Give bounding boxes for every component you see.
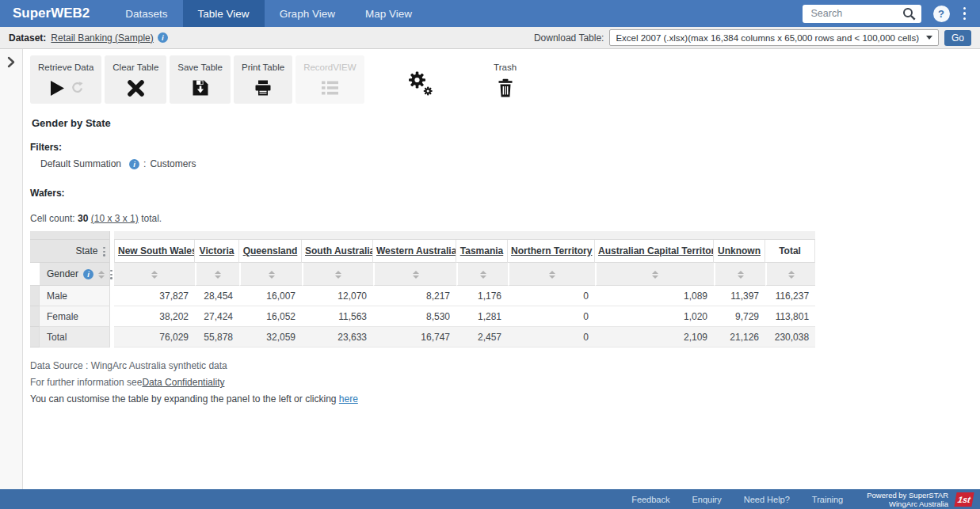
cell-male-western-australia: 8,217: [373, 286, 456, 306]
col-header-northern-territory: Northern Territory: [508, 240, 595, 263]
col-header-link[interactable]: Australian Capital Territory: [598, 245, 714, 256]
cell-male-south-australia: 12,070: [302, 286, 373, 306]
refresh-icon: [70, 82, 83, 95]
app-logo: SuperWEB2: [0, 0, 110, 27]
powered-by: Powered by SuperSTAR WingArc Australia: [867, 491, 948, 508]
cell-female-tasmania: 1,281: [456, 306, 508, 327]
col-header-australian-capital-territory: Australian Capital Territory: [595, 240, 714, 263]
nav-graph-view[interactable]: Graph View: [265, 0, 350, 27]
table-strip-right: [114, 231, 815, 240]
gender-sort-icon[interactable]: [98, 271, 105, 279]
cell-total-unknown: 21,126: [714, 327, 765, 348]
toolbar: Retrieve Data Clear Table Save Table: [30, 55, 972, 104]
col-header-link[interactable]: Western Australia: [376, 245, 456, 256]
row-label-female: Female: [40, 306, 110, 327]
col-header-link[interactable]: Unknown: [718, 245, 761, 256]
col-header-link[interactable]: Tasmania: [460, 245, 503, 256]
nav-map-view[interactable]: Map View: [350, 0, 427, 27]
cell-count-value: 30: [78, 213, 88, 224]
sort-control-australian-capital-territory[interactable]: [595, 263, 714, 286]
table-options-button[interactable]: [391, 55, 448, 99]
col-header-link[interactable]: Victoria: [200, 245, 235, 256]
expand-panel-chevron-icon[interactable]: [6, 56, 16, 68]
sort-arrows-icon: [652, 271, 658, 279]
sort-control-tasmania[interactable]: [456, 263, 508, 286]
footer-link-training[interactable]: Training: [801, 495, 854, 504]
sort-arrows-icon: [738, 271, 744, 279]
cell-male-total: 116,237: [765, 286, 815, 306]
col-header-link[interactable]: Northern Territory: [511, 245, 592, 256]
data-source-note: Data Source : WingArc Australia syntheti…: [30, 358, 972, 374]
sort-arrows-icon: [788, 271, 795, 279]
gender-info-icon[interactable]: i: [83, 269, 93, 279]
cell-female-total: 113,801: [765, 306, 815, 327]
col-header-link[interactable]: New South Wales: [118, 245, 195, 256]
search-box[interactable]: [803, 5, 921, 23]
nav-datasets[interactable]: Datasets: [110, 0, 182, 27]
download-group: Download Table: Excel 2007 (.xlsx)(max 1…: [534, 29, 971, 46]
cell-count-label: Cell count:: [30, 213, 75, 224]
save-table-button[interactable]: Save Table: [170, 55, 231, 104]
customise-panel-rail: [0, 49, 23, 489]
topbar-right: ?: [803, 0, 980, 27]
filter-line: Default Summation i : Customers: [40, 158, 972, 169]
table-wrapper: StateNew South WalesVictoriaQueenslandSo…: [30, 231, 972, 348]
sort-control-south-australia[interactable]: [302, 263, 373, 286]
dataset-info-icon[interactable]: i: [158, 32, 168, 43]
col-header-link[interactable]: South Australia: [305, 245, 373, 256]
table-notes: Data Source : WingArc Australia syntheti…: [30, 358, 972, 408]
cell-count-link[interactable]: (10 x 3 x 1): [91, 213, 139, 224]
row-gutter: [30, 306, 40, 327]
filters-label: Filters:: [30, 142, 972, 153]
dropdown-caret-icon: [926, 36, 932, 40]
sort-control-queensland[interactable]: [239, 263, 302, 286]
clear-table-button[interactable]: Clear Table: [105, 55, 166, 104]
overflow-menu-icon[interactable]: [962, 4, 968, 24]
print-table-button[interactable]: Print Table: [234, 55, 292, 104]
help-icon[interactable]: ?: [933, 6, 950, 22]
sort-control-unknown[interactable]: [714, 263, 765, 286]
sort-control-new-south-wales[interactable]: [114, 263, 195, 286]
data-confidentiality-link[interactable]: Data Confidentiality: [142, 377, 224, 388]
state-menu-icon[interactable]: [103, 247, 105, 256]
sort-control-western-australia[interactable]: [373, 263, 456, 286]
col-header-link[interactable]: Queensland: [243, 245, 298, 256]
col-header-tasmania: Tasmania: [456, 240, 508, 263]
confidentiality-note: For further information seeData Confiden…: [30, 374, 972, 391]
sort-arrows-icon: [215, 271, 221, 279]
col-header-queensland: Queensland: [239, 240, 302, 263]
main-nav: DatasetsTable ViewGraph ViewMap View: [110, 0, 427, 27]
footer-link-feedback[interactable]: Feedback: [620, 495, 681, 504]
sort-control-victoria[interactable]: [195, 263, 239, 286]
footer-link-enquiry[interactable]: Enquiry: [681, 495, 732, 504]
download-format-select[interactable]: Excel 2007 (.xlsx)(max 16,384 columns x …: [609, 29, 939, 46]
trash-button[interactable]: Trash: [477, 55, 534, 104]
nav-table-view[interactable]: Table View: [183, 0, 265, 27]
customise-here-link[interactable]: here: [339, 393, 358, 405]
trash-icon: [497, 78, 514, 98]
cell-total-australian-capital-territory: 2,109: [595, 327, 714, 348]
dataset-link[interactable]: Retail Banking (Sample): [51, 32, 153, 44]
search-input[interactable]: [810, 7, 902, 20]
table-strip-left: [30, 231, 110, 240]
row-label-total: Total: [40, 327, 110, 348]
sort-arrows-icon: [335, 271, 341, 279]
cell-total-western-australia: 16,747: [373, 327, 456, 348]
column-dimension-cell: State: [30, 240, 110, 263]
filter-value: Customers: [150, 158, 196, 169]
gender-menu-icon[interactable]: [110, 270, 112, 279]
cell-female-queensland: 16,052: [239, 306, 302, 327]
sort-control-total[interactable]: [765, 263, 815, 286]
go-button[interactable]: Go: [944, 30, 971, 46]
sort-arrows-icon: [151, 271, 158, 279]
footer-link-need-help[interactable]: Need Help?: [733, 495, 801, 504]
sort-arrows-icon: [269, 271, 275, 279]
table-title: Gender by State: [32, 117, 972, 129]
cell-male-northern-territory: 0: [508, 286, 595, 306]
search-icon[interactable]: [902, 7, 916, 21]
filter-info-icon[interactable]: i: [129, 159, 139, 169]
cell-total-new-south-wales: 76,029: [114, 327, 195, 348]
retrieve-data-button[interactable]: Retrieve Data: [30, 55, 101, 104]
cell-count-line: Cell count: 30 (10 x 3 x 1) total.: [30, 213, 972, 224]
sort-control-northern-territory[interactable]: [508, 263, 595, 286]
